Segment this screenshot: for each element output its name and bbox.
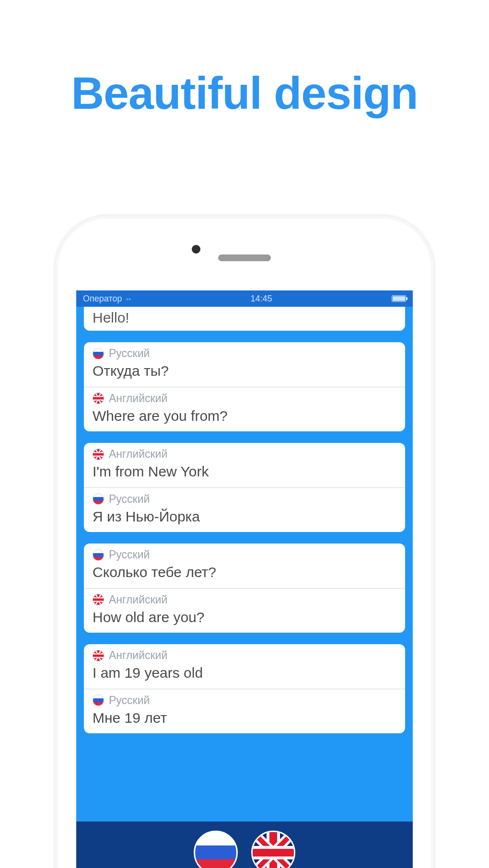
device-frame: Оператор ◦◦ 14:45 Hello! bbox=[55, 216, 434, 868]
translation-card[interactable]: Английский I'm from New York Русский Я и… bbox=[84, 443, 405, 532]
translated-text: Where are you from? bbox=[93, 407, 396, 425]
language-label: Английский bbox=[109, 649, 167, 662]
uk-flag-icon bbox=[93, 650, 104, 661]
camera-dot-icon bbox=[192, 245, 200, 254]
translation-text: Hello! bbox=[93, 310, 129, 325]
english-language-button[interactable] bbox=[251, 831, 295, 868]
uk-flag-icon bbox=[93, 594, 104, 605]
translated-text: How old are you? bbox=[93, 608, 396, 626]
language-label: Русский bbox=[109, 694, 150, 707]
language-label: Английский bbox=[109, 392, 167, 405]
source-text: Сколько тебе лет? bbox=[93, 563, 396, 581]
source-text: I'm from New York bbox=[93, 463, 396, 481]
translation-card[interactable]: Русский Откуда ты? Английский Where are … bbox=[84, 342, 405, 431]
translation-card-partial[interactable]: Hello! bbox=[84, 307, 405, 331]
translated-text: Я из Нью-Йорка bbox=[93, 508, 396, 526]
promo-headline: Beautiful design bbox=[0, 67, 489, 119]
uk-flag-icon bbox=[93, 393, 104, 404]
russia-flag-icon bbox=[93, 694, 104, 706]
russia-flag-icon bbox=[93, 493, 104, 505]
battery-icon bbox=[392, 295, 406, 302]
translation-card[interactable]: Английский I am 19 years old Русский Мне… bbox=[84, 644, 405, 733]
russia-flag-icon bbox=[93, 549, 104, 561]
translated-text: Мне 19 лет bbox=[93, 709, 396, 727]
source-text: Откуда ты? bbox=[93, 362, 396, 380]
uk-flag-icon bbox=[93, 449, 104, 460]
clock-label: 14:45 bbox=[251, 294, 272, 304]
translation-card[interactable]: Русский Сколько тебе лет? Английский How… bbox=[84, 544, 405, 633]
app-screen: Оператор ◦◦ 14:45 Hello! bbox=[76, 290, 413, 868]
language-label: Русский bbox=[109, 548, 150, 561]
language-label: Английский bbox=[109, 593, 167, 606]
russian-language-button[interactable] bbox=[194, 831, 238, 868]
wifi-icon: ◦◦ bbox=[126, 295, 131, 303]
russia-flag-icon bbox=[93, 348, 104, 359]
language-label: Русский bbox=[109, 493, 150, 506]
language-selector-bar bbox=[76, 822, 413, 868]
source-text: I am 19 years old bbox=[93, 664, 396, 682]
carrier-label: Оператор bbox=[83, 294, 122, 304]
language-label: Русский bbox=[109, 347, 150, 360]
language-label: Английский bbox=[109, 448, 167, 461]
status-bar: Оператор ◦◦ 14:45 bbox=[76, 290, 413, 307]
speaker-icon bbox=[218, 255, 271, 261]
